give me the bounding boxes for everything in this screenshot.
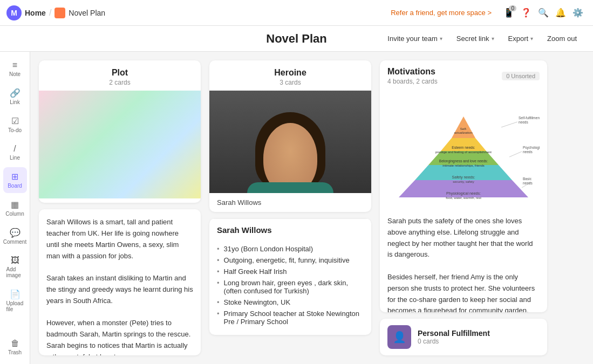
motivations-column: Motivations 4 boards, 2 cards 0 Unsorted <box>380 60 547 355</box>
svg-text:actualization:: actualization: <box>454 131 473 134</box>
trash-icon: 🗑 <box>11 339 19 348</box>
svg-text:Belongingness and love needs:: Belongingness and love needs: <box>439 159 488 163</box>
svg-text:needs: needs <box>523 150 533 154</box>
secret-chevron-icon: ▾ <box>492 36 494 42</box>
motivations-header-row: Motivations 4 boards, 2 cards 0 Unsorted <box>380 60 547 90</box>
personal-fulfillment-info: Personal Fulfillment 0 cards <box>418 329 540 345</box>
sidebar-item-upload-file[interactable]: 📄 Upload file <box>3 285 27 317</box>
svg-text:Psychological: Psychological <box>523 146 540 150</box>
left-sidebar: ≡ Note 🔗 Link ☑ To-do / Line ⊞ Board ▦ C… <box>0 52 30 364</box>
personal-fulfillment-icon: 👤 <box>387 325 411 349</box>
heroine-portrait <box>209 91 371 193</box>
note-icon: ≡ <box>12 60 17 70</box>
svg-line-15 <box>501 122 517 127</box>
mobile-badge: 0 <box>509 5 516 11</box>
personal-fulfillment-sub: 0 cards <box>418 338 540 345</box>
maslow-triangle-svg: Physiological needs: food, water, warmth… <box>387 95 540 203</box>
project-name-nav: Novel Plan <box>69 9 105 17</box>
board-icon: ⊞ <box>11 171 18 182</box>
sidebar-item-add-image[interactable]: 🖼 Add image <box>3 251 27 283</box>
subtitle-bar: Novel Plan Invite your team ▾ Secret lin… <box>0 26 593 52</box>
main-layout: ≡ Note 🔗 Link ☑ To-do / Line ⊞ Board ▦ C… <box>0 52 593 364</box>
help-icon-btn[interactable]: ❓ <box>517 4 535 22</box>
app-logo: M <box>6 5 22 20</box>
svg-text:Self-: Self- <box>460 127 467 131</box>
motivations-text-1: Sarah puts the safety of the ones she lo… <box>380 210 547 312</box>
home-link[interactable]: M Home <box>6 5 46 20</box>
list-item: •31yo (Born London Hospital) <box>217 243 364 255</box>
heroine-portrait-name: Sarah Willows <box>209 193 371 212</box>
list-item: •Outgoing, energetic, fit, funny, inquis… <box>217 255 364 266</box>
plot-header-card: Plot 2 cards Cover artwork <box>39 60 201 203</box>
sidebar-item-line[interactable]: / Line <box>3 140 27 165</box>
notifications-icon-btn[interactable]: 🔔 <box>552 4 569 22</box>
svg-text:prestige and feeling of accomp: prestige and feeling of accomplishment <box>435 150 492 154</box>
plot-header: Plot 2 cards <box>39 60 201 91</box>
sidebar-item-comment[interactable]: 💬 Comment <box>3 223 27 249</box>
column-icon: ▦ <box>11 200 19 210</box>
project-icon <box>54 8 65 18</box>
sidebar-item-todo[interactable]: ☑ To-do <box>3 112 27 138</box>
svg-text:needs: needs <box>523 181 533 185</box>
plot-title: Plot <box>44 68 195 78</box>
zoom-out-button[interactable]: Zoom out <box>542 32 582 45</box>
svg-text:food, water, warmth, rest: food, water, warmth, rest <box>446 196 481 200</box>
portrait-shirt <box>247 182 333 193</box>
personal-fulfillment-title: Personal Fulfillment <box>418 329 540 338</box>
motivations-header-card: Motivations 4 boards, 2 cards 0 Unsorted <box>380 60 547 312</box>
motivations-title: Motivations <box>387 67 438 77</box>
sidebar-item-note[interactable]: ≡ Note <box>3 56 27 81</box>
heroine-title: Heroine <box>215 68 366 78</box>
svg-text:Safety needs:: Safety needs: <box>452 175 475 180</box>
plot-cover-caption: Cover artwork <box>39 198 201 203</box>
top-navigation: M Home / Novel Plan Refer a friend, get … <box>0 0 593 26</box>
svg-text:intimate relationships, friend: intimate relationships, friends <box>442 164 485 167</box>
heroine-header-card: Heroine 3 cards Sarah Willows <box>209 60 371 212</box>
link-icon: 🔗 <box>10 88 21 98</box>
sidebar-item-column[interactable]: ▦ Column <box>3 195 27 221</box>
main-content: Plot 2 cards Cover artwork Sarah Willows… <box>30 52 593 364</box>
svg-line-18 <box>509 152 522 157</box>
heroine-card-count: 3 cards <box>215 79 366 86</box>
motivations-header-info: Motivations 4 boards, 2 cards <box>387 67 438 85</box>
motivations-boards-cards: 4 boards, 2 cards <box>387 78 438 85</box>
plot-body-card: Sarah Willows is a smart, tall and patie… <box>39 209 201 355</box>
home-label: Home <box>25 9 46 17</box>
settings-icon-btn[interactable]: ⚙️ <box>569 4 587 22</box>
svg-text:security, safety: security, safety <box>453 180 474 183</box>
comment-icon: 💬 <box>10 228 21 238</box>
invite-team-button[interactable]: Invite your team ▾ <box>382 32 448 45</box>
heroine-profile-card: Sarah Willows •31yo (Born London Hospita… <box>209 218 371 335</box>
sidebar-item-link[interactable]: 🔗 Link <box>3 84 27 109</box>
plot-cover-image <box>39 91 201 198</box>
upload-file-icon: 📄 <box>10 289 21 299</box>
export-button[interactable]: Export ▾ <box>503 32 539 45</box>
heroine-column: Heroine 3 cards Sarah Willows Sarah Will… <box>209 60 371 355</box>
sidebar-item-trash[interactable]: 🗑 Trash <box>3 334 27 360</box>
svg-text:needs: needs <box>519 120 528 124</box>
invite-chevron-icon: ▾ <box>440 36 442 42</box>
heroine-header: Heroine 3 cards <box>209 60 371 91</box>
svg-text:Basic: Basic <box>523 177 532 181</box>
search-icon-btn[interactable]: 🔍 <box>535 4 552 22</box>
todo-icon: ☑ <box>11 116 19 126</box>
refer-link[interactable]: Refer a friend, get more space > <box>391 9 492 17</box>
secret-link-button[interactable]: Secret link ▾ <box>451 32 500 45</box>
page-title: Novel Plan <box>266 32 326 46</box>
project-nav-item[interactable]: Novel Plan <box>54 8 105 18</box>
plot-body-text: Sarah Willows is a smart, tall and patie… <box>39 209 201 355</box>
svg-text:Esteem needs:: Esteem needs: <box>452 146 475 149</box>
plot-column: Plot 2 cards Cover artwork Sarah Willows… <box>39 60 201 355</box>
plot-card-count: 2 cards <box>44 79 195 86</box>
list-item: •Primary School teacher at Stoke Newingt… <box>217 308 364 327</box>
list-item: •Half Greek Half Irish <box>217 266 364 277</box>
heroine-profile-name: Sarah Willows <box>209 218 371 241</box>
svg-text:Self-fulfillment: Self-fulfillment <box>519 116 540 120</box>
maslow-triangle-container: Physiological needs: food, water, warmth… <box>380 90 547 210</box>
heroine-profile-list: •31yo (Born London Hospital) •Outgoing, … <box>209 241 371 335</box>
mobile-icon-btn[interactable]: 📱0 <box>500 4 517 22</box>
list-item: •Stoke Newington, UK <box>217 297 364 308</box>
add-image-icon: 🖼 <box>11 256 19 265</box>
sidebar-item-board[interactable]: ⊞ Board <box>3 167 27 193</box>
svg-text:Physiological needs:: Physiological needs: <box>446 191 481 196</box>
